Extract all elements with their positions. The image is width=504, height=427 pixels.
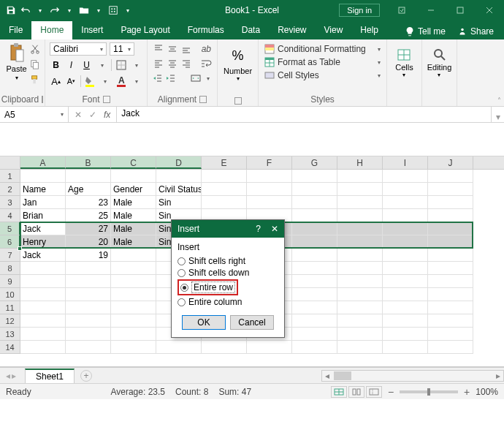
cell[interactable]	[383, 196, 428, 209]
radio-entire-column[interactable]: Entire column	[177, 296, 278, 308]
increase-indent-icon[interactable]	[165, 72, 177, 85]
cell[interactable]	[292, 262, 337, 275]
save-icon[interactable]	[6, 5, 16, 15]
cell[interactable]	[428, 196, 473, 209]
sheet-tab[interactable]: Sheet1	[25, 369, 75, 383]
dialog-titlebar[interactable]: Insert ? ✕	[172, 220, 284, 238]
cell[interactable]	[292, 170, 337, 183]
cell[interactable]: 19	[66, 249, 111, 262]
radio-shift-right[interactable]: Shift cells right	[177, 255, 278, 267]
cell[interactable]: Jack	[20, 222, 66, 235]
bold-button[interactable]: B	[50, 58, 62, 72]
cell[interactable]: Age	[66, 183, 111, 196]
cell[interactable]	[20, 262, 66, 275]
tab-formulas[interactable]: Formulas	[179, 21, 233, 39]
cell[interactable]	[292, 301, 337, 314]
col-header-C[interactable]: C	[111, 156, 156, 169]
cell[interactable]	[383, 209, 428, 222]
cell[interactable]	[337, 196, 383, 209]
cell[interactable]	[383, 262, 428, 275]
cell[interactable]	[292, 341, 337, 354]
tab-help[interactable]: Help	[351, 21, 387, 39]
cell[interactable]	[66, 341, 111, 354]
dialog-help-icon[interactable]: ?	[256, 224, 261, 234]
cell[interactable]: Male	[111, 196, 156, 209]
copy-icon[interactable]	[30, 59, 40, 72]
row-header[interactable]: 4	[0, 209, 20, 222]
expand-formula-bar-icon[interactable]: ▾	[491, 107, 504, 122]
alignment-launcher-icon[interactable]	[199, 96, 207, 103]
font-size-select[interactable]: 11▾	[110, 42, 134, 56]
cell[interactable]	[383, 183, 428, 196]
tab-home[interactable]: Home	[31, 21, 72, 39]
cell[interactable]	[428, 183, 473, 196]
font-launcher-icon[interactable]	[103, 96, 110, 103]
tell-me-button[interactable]: Tell me	[400, 23, 450, 39]
cell[interactable]	[111, 288, 156, 301]
zoom-level[interactable]: 100%	[476, 387, 498, 397]
conditional-formatting-button[interactable]: Conditional Formatting▾	[263, 42, 382, 56]
col-header-E[interactable]: E	[202, 156, 247, 169]
col-header-H[interactable]: H	[337, 156, 383, 169]
cell[interactable]: Sin	[156, 196, 202, 209]
cell[interactable]	[292, 235, 337, 249]
col-header-A[interactable]: A	[20, 156, 66, 169]
row-header[interactable]: 9	[0, 275, 20, 288]
italic-button[interactable]: I	[65, 58, 77, 72]
cell[interactable]: Henry	[20, 235, 66, 249]
cell[interactable]	[247, 196, 292, 209]
cell[interactable]: Male	[111, 222, 156, 235]
row-header[interactable]: 10	[0, 288, 20, 301]
new-sheet-button[interactable]: +	[80, 370, 92, 382]
cell[interactable]	[66, 170, 111, 183]
cell[interactable]	[428, 209, 473, 222]
cell[interactable]	[111, 341, 156, 354]
percent-icon[interactable]: %	[232, 42, 243, 64]
cell[interactable]	[383, 235, 428, 249]
cell[interactable]	[428, 222, 473, 235]
decrease-indent-icon[interactable]	[152, 72, 164, 85]
cell[interactable]: Brian	[20, 209, 66, 222]
cell[interactable]	[202, 196, 247, 209]
open-icon[interactable]	[79, 5, 89, 15]
cell[interactable]	[66, 314, 111, 328]
cell[interactable]	[20, 170, 66, 183]
cut-icon[interactable]	[30, 44, 40, 56]
cell[interactable]	[337, 275, 383, 288]
formula-input[interactable]: Jack	[117, 107, 491, 122]
ribbon-display-icon[interactable]	[387, 0, 416, 20]
zoom-slider[interactable]	[400, 390, 458, 393]
cell[interactable]	[292, 209, 337, 222]
row-header[interactable]: 13	[0, 328, 20, 341]
cell[interactable]	[156, 341, 202, 354]
cell[interactable]	[337, 222, 383, 235]
borders-icon[interactable]	[115, 58, 127, 72]
row-header[interactable]: 5	[0, 222, 20, 235]
merge-center-icon[interactable]	[190, 72, 202, 85]
col-header-B[interactable]: B	[66, 156, 111, 169]
cell[interactable]	[337, 235, 383, 249]
cell[interactable]	[66, 301, 111, 314]
cancel-formula-icon[interactable]: ✕	[75, 110, 82, 120]
cancel-button[interactable]: Cancel	[230, 315, 274, 330]
cell[interactable]	[292, 288, 337, 301]
cell[interactable]	[428, 328, 473, 341]
cell[interactable]	[20, 288, 66, 301]
cell[interactable]	[247, 341, 292, 354]
maximize-icon[interactable]	[446, 0, 475, 20]
fill-color-icon[interactable]	[84, 75, 96, 88]
cell[interactable]	[66, 328, 111, 341]
radio-shift-down[interactable]: Shift cells down	[177, 267, 278, 279]
align-center-icon[interactable]	[166, 57, 178, 70]
cell[interactable]	[428, 275, 473, 288]
collapse-ribbon-icon[interactable]: ˄	[497, 97, 501, 105]
cell[interactable]	[202, 341, 247, 354]
cell[interactable]	[111, 275, 156, 288]
cell[interactable]	[111, 170, 156, 183]
horizontal-scrollbar[interactable]: ◂ ▸	[321, 370, 504, 382]
cell[interactable]	[66, 288, 111, 301]
row-header[interactable]: 1	[0, 170, 20, 183]
align-bottom-icon[interactable]	[180, 42, 193, 56]
cell[interactable]	[337, 288, 383, 301]
align-top-icon[interactable]	[152, 42, 164, 56]
